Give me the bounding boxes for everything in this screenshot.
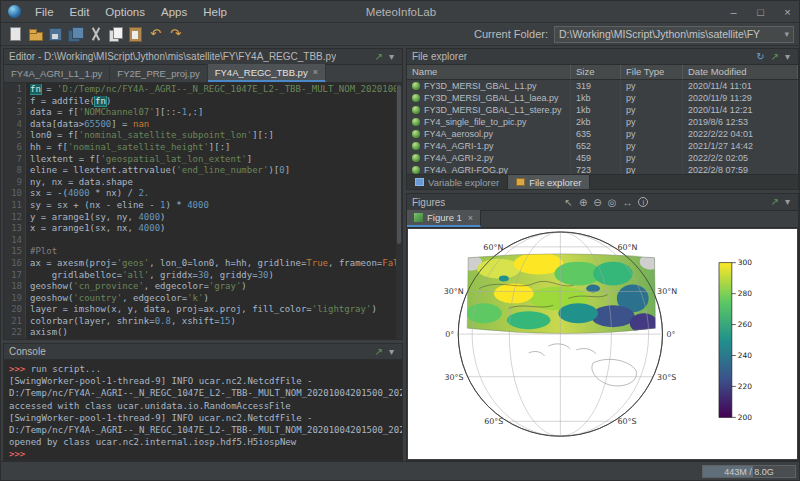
menu-bar: FileEditOptionsAppsHelp xyxy=(27,1,235,22)
save-icon[interactable] xyxy=(46,25,65,44)
identify-icon[interactable]: i xyxy=(638,197,648,207)
column-header[interactable]: File Type xyxy=(621,65,683,79)
file-name: FY3D_MERSI_GBAL_L1.py xyxy=(424,80,537,92)
paste-icon[interactable] xyxy=(126,25,145,44)
colorbar-tick-label: 260 xyxy=(738,320,752,329)
file-explorer-title: File explorer xyxy=(412,51,467,62)
grid-icon xyxy=(415,178,424,186)
editor-tab-bar: FY4A_AGRI_L1_1.pyFY2E_PRE_proj.pyFY4A_RE… xyxy=(4,65,402,83)
figure-tab[interactable]: Figure 1 × xyxy=(407,210,481,227)
explorer-bottom-tabs: Variable explorerFile explorer xyxy=(407,174,798,189)
float-panel-icon[interactable]: ↗ xyxy=(372,49,386,65)
close-tab-icon[interactable]: × xyxy=(468,213,473,223)
code-line: sy = sx + (nx - eline - 1) * 4000 xyxy=(30,200,402,212)
code-line: fn = 'D:/Temp/nc/FY4A-_AGRI--_N_REGC_104… xyxy=(30,84,402,96)
menu-edit[interactable]: Edit xyxy=(62,1,98,23)
code-line: ny, nx = data.shape xyxy=(30,177,402,189)
code-editor[interactable]: 12345678910111213141516171819202122 fn =… xyxy=(4,83,402,339)
table-row[interactable]: FY4A_AGRI-2.py459py2022/2/2 02:05 xyxy=(407,152,798,164)
column-header[interactable]: Name xyxy=(407,65,571,79)
select-arrow-icon[interactable]: ↖ xyxy=(562,194,576,211)
menu-options[interactable]: Options xyxy=(97,1,153,23)
latitude-label: 30°N xyxy=(444,287,464,296)
new-file-icon[interactable] xyxy=(6,25,25,44)
code-line: axism() xyxy=(30,327,402,339)
python-file-icon xyxy=(412,82,420,90)
code-line: geoshow('country', edgecolor='k') xyxy=(30,293,402,305)
code-line: #Plot xyxy=(30,246,402,258)
code-line: data[data>65500] = nan xyxy=(30,119,402,131)
editor-tab[interactable]: FY4A_REGC_TBB.py× xyxy=(208,64,326,82)
tab-label: Variable explorer xyxy=(428,177,499,188)
globe-icon[interactable]: ◎ xyxy=(605,194,620,211)
refresh-icon[interactable]: ↻ xyxy=(753,49,767,65)
undo-icon[interactable]: ↶ xyxy=(146,25,165,44)
minimize-button[interactable]: – xyxy=(720,1,747,23)
collapse-panel-icon[interactable]: ▾ xyxy=(782,194,793,210)
console-line: >>> run script... xyxy=(9,363,402,375)
code-line: ax = axesm(proj='geos', lon_0=lon0, h=hh… xyxy=(30,258,402,270)
table-row[interactable]: FY4_single_file_to_pic.py2kbpy2019/8/6 1… xyxy=(407,116,798,128)
table-row[interactable]: FY4A_AGRI-1.py652py2021/1/27 14:42 xyxy=(407,140,798,152)
collapse-panel-icon[interactable]: ▾ xyxy=(782,49,793,65)
file-name: FY4_single_file_to_pic.py xyxy=(424,116,527,128)
latitude-label: 60°N xyxy=(617,243,637,252)
figures-panel-header: Figures ↖⊕⊖◎↔i ↗ ▾ xyxy=(407,194,798,211)
cut-icon[interactable] xyxy=(86,25,105,44)
menu-apps[interactable]: Apps xyxy=(153,1,195,23)
table-row[interactable]: FY3D_MERSI_GBAL_L1_stere.py1kbpy2020/11/… xyxy=(407,104,798,116)
line-number: 22 xyxy=(4,327,22,339)
latitude-label: 60°S xyxy=(617,417,636,426)
column-header[interactable]: Size xyxy=(571,65,621,79)
editor-tab[interactable]: FY4A_AGRI_L1_1.py xyxy=(4,64,110,82)
line-number: 10 xyxy=(4,188,22,200)
code-area[interactable]: fn = 'D:/Temp/nc/FY4A-_AGRI--_N_REGC_104… xyxy=(26,83,402,339)
tab-file-explorer[interactable]: File explorer xyxy=(508,175,590,189)
redo-icon[interactable]: ↷ xyxy=(166,25,185,44)
line-number: 1 xyxy=(4,84,22,96)
code-line: eline = llextent.attrvalue('end_line_num… xyxy=(30,165,402,177)
code-line: layer = imshow(x, y, data, proj=ax.proj,… xyxy=(30,304,402,316)
current-folder-combobox[interactable]: D:\Working\MIScript\Jython\mis\satellite… xyxy=(554,26,794,43)
zoom-out-icon[interactable]: ⊖ xyxy=(590,194,604,211)
collapse-panel-icon[interactable]: ▾ xyxy=(386,49,397,65)
file-name: FY4A_AGRI-1.py xyxy=(424,140,494,152)
collapse-panel-icon[interactable]: ▾ xyxy=(386,344,397,360)
editor-tab[interactable]: FY2E_PRE_proj.py xyxy=(110,64,207,82)
open-file-icon[interactable] xyxy=(26,25,45,44)
table-row[interactable]: FY4A_aerosol.py635py2022/2/22 04:01 xyxy=(407,128,798,140)
figure-canvas[interactable]: 300280260240220200 60°N60°N30°N30°N0°0°3… xyxy=(408,229,797,459)
float-panel-icon[interactable]: ↗ xyxy=(768,49,782,65)
zoom-in-icon[interactable]: ⊕ xyxy=(576,194,590,211)
menu-file[interactable]: File xyxy=(27,1,62,23)
chevron-down-icon[interactable]: ▾ xyxy=(784,29,789,39)
code-line: llextent = f['geospatial_lat_lon_extent'… xyxy=(30,154,402,166)
editor-scrollbar[interactable] xyxy=(396,83,402,339)
tab-variable-explorer[interactable]: Variable explorer xyxy=(407,175,508,189)
pan-icon[interactable]: ↔ xyxy=(619,194,635,211)
console-output[interactable]: >>> run script...[SwingWorker-pool-1-thr… xyxy=(4,360,402,460)
maximize-button[interactable]: □ xyxy=(747,1,774,23)
close-tab-icon[interactable]: × xyxy=(313,65,318,80)
code-line: x = arange1(sx, nx, 4000) xyxy=(30,223,402,235)
file-date-cell: 2021/1/27 14:42 xyxy=(683,140,798,152)
editor-panel: Editor - D:\Working\MIScript\Jython\mis\… xyxy=(3,48,403,340)
table-row[interactable]: FY3D_MERSI_GBAL_L1_laea.py1kbpy2020/11/9… xyxy=(407,92,798,104)
close-button[interactable]: × xyxy=(774,1,800,23)
memory-indicator[interactable]: 443M / 8.0G xyxy=(702,465,796,478)
line-number: 7 xyxy=(4,154,22,166)
float-panel-icon[interactable]: ↗ xyxy=(372,344,386,360)
menu-help[interactable]: Help xyxy=(195,1,235,23)
float-panel-icon[interactable]: ↗ xyxy=(768,194,782,210)
console-line: D:/Temp/nc/FY4A-_AGRI--_N_REGC_1047E_L2-… xyxy=(9,424,402,436)
line-number: 9 xyxy=(4,177,22,189)
editor-tab-label: FY4A_AGRI_L1_1.py xyxy=(11,65,102,82)
python-file-icon xyxy=(412,106,420,114)
table-row[interactable]: FY3D_MERSI_GBAL_L1.py319py2020/11/4 11:0… xyxy=(407,80,798,92)
file-size-cell: 459 xyxy=(571,152,621,164)
column-header[interactable]: Date Modified xyxy=(683,65,798,79)
copy-icon[interactable] xyxy=(106,25,125,44)
save-all-icon[interactable] xyxy=(66,25,85,44)
editor-tab-label: FY4A_REGC_TBB.py xyxy=(215,65,308,80)
line-number: 4 xyxy=(4,119,22,131)
